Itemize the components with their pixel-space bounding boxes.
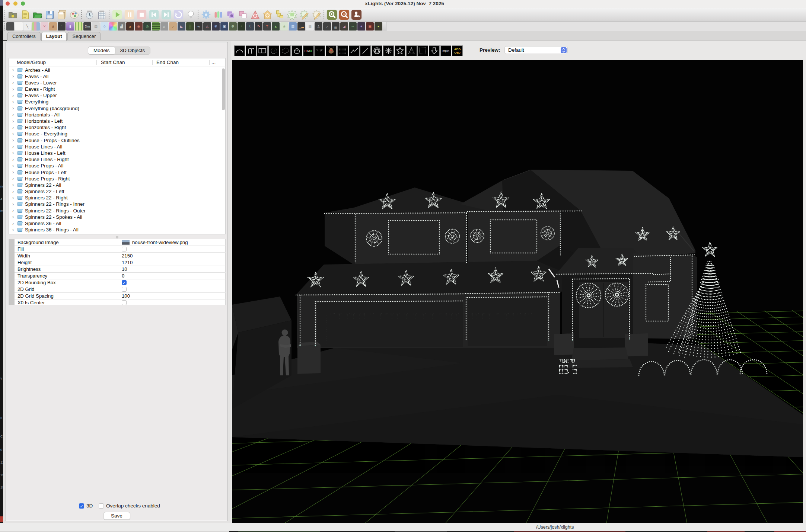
svg-text:OBJ: OBJ <box>454 51 460 54</box>
svg-text:X: X <box>310 49 312 53</box>
svg-text:M: M <box>307 49 310 53</box>
svg-text:ADD: ADD <box>454 48 461 51</box>
svg-text:D: D <box>304 49 306 53</box>
svg-text:Import: Import <box>443 49 449 52</box>
